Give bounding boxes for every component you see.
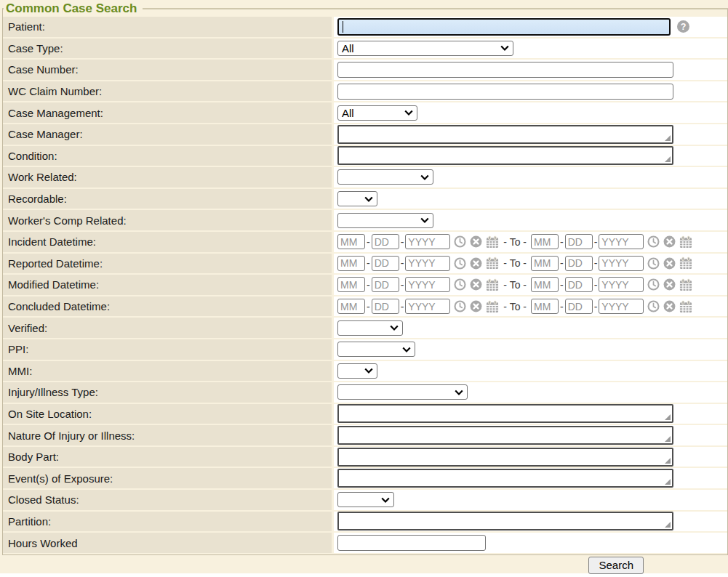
year-input[interactable] — [405, 277, 450, 292]
clear-icon[interactable] — [663, 300, 676, 312]
label-body-part: Body Part: — [3, 447, 332, 467]
day-input[interactable] — [565, 277, 593, 292]
search-button[interactable]: Search — [588, 557, 644, 574]
calendar-icon[interactable] — [679, 300, 692, 313]
clock-icon[interactable] — [647, 278, 660, 291]
year-input[interactable] — [599, 256, 644, 271]
clock-icon[interactable] — [454, 257, 466, 270]
clear-icon[interactable] — [663, 235, 676, 248]
calendar-icon[interactable] — [679, 278, 692, 291]
ppi-select[interactable] — [337, 342, 415, 357]
to-label: - To - — [503, 236, 527, 248]
calendar-icon[interactable] — [486, 278, 499, 291]
label-hours-worked: Hours Worked — [3, 533, 332, 553]
clock-icon[interactable] — [647, 300, 660, 312]
day-input[interactable] — [565, 234, 593, 249]
calendar-icon[interactable] — [486, 300, 499, 313]
month-input[interactable] — [531, 234, 559, 249]
row-workers-comp-related — [334, 210, 727, 230]
nature-of-injury-textarea[interactable] — [337, 426, 673, 445]
events-of-exposure-textarea[interactable] — [337, 469, 673, 488]
help-icon[interactable]: ? — [677, 20, 689, 33]
search-button-row: Search — [0, 555, 728, 576]
row-case-type: All — [334, 39, 727, 59]
partition-textarea[interactable] — [337, 512, 673, 530]
workers-comp-related-select[interactable] — [337, 213, 433, 228]
body-part-textarea[interactable] — [337, 448, 673, 467]
case-number-input[interactable] — [337, 62, 673, 78]
month-input[interactable] — [337, 234, 365, 249]
label-verified: Verified: — [3, 318, 332, 338]
patient-input[interactable] — [337, 18, 671, 36]
date-to-group: - - — [531, 256, 692, 271]
day-input[interactable] — [565, 299, 593, 314]
year-input[interactable] — [599, 277, 644, 292]
clock-icon[interactable] — [454, 300, 466, 312]
common-case-search-page: Common Case Search Patient: ? Case Type:… — [0, 0, 728, 573]
date-to-group: - - — [531, 234, 692, 249]
mmi-select[interactable] — [337, 363, 377, 379]
day-input[interactable] — [372, 299, 399, 314]
work-related-select[interactable] — [337, 169, 433, 185]
day-input[interactable] — [565, 256, 593, 271]
month-input[interactable] — [337, 299, 365, 314]
row-case-management: All — [334, 102, 727, 123]
year-input[interactable] — [405, 299, 450, 314]
calendar-icon[interactable] — [486, 257, 499, 270]
date-separator: - — [560, 301, 564, 312]
clear-icon[interactable] — [663, 278, 676, 291]
month-input[interactable] — [531, 277, 559, 292]
condition-textarea[interactable] — [337, 146, 673, 165]
verified-select[interactable] — [337, 320, 403, 336]
clock-icon[interactable] — [454, 235, 466, 248]
case-type-select[interactable]: All — [337, 41, 513, 56]
concluded-datetime-range: - - - To - - - — [334, 296, 727, 317]
to-label: - To - — [503, 257, 527, 269]
injury-illness-type-select[interactable] — [337, 384, 468, 400]
case-management-select[interactable]: All — [337, 105, 417, 121]
clear-icon[interactable] — [470, 257, 482, 270]
month-input[interactable] — [531, 256, 559, 271]
clock-icon[interactable] — [647, 235, 660, 248]
clock-icon[interactable] — [647, 257, 660, 270]
date-separator: - — [367, 279, 370, 291]
on-site-location-textarea[interactable] — [337, 404, 673, 423]
text-caret — [343, 21, 343, 33]
month-input[interactable] — [337, 277, 365, 292]
wc-claim-number-input[interactable] — [337, 84, 673, 100]
clock-icon[interactable] — [454, 278, 466, 291]
year-input[interactable] — [599, 299, 644, 314]
calendar-icon[interactable] — [486, 235, 499, 249]
calendar-icon[interactable] — [679, 235, 692, 249]
clear-icon[interactable] — [470, 300, 482, 312]
clear-icon[interactable] — [663, 257, 676, 270]
recordable-select[interactable] — [337, 191, 377, 206]
day-input[interactable] — [372, 256, 399, 271]
clear-icon[interactable] — [470, 278, 482, 291]
calendar-icon[interactable] — [679, 257, 692, 270]
date-separator: - — [594, 279, 598, 291]
date-separator: - — [401, 301, 404, 312]
month-input[interactable] — [531, 299, 559, 314]
year-input[interactable] — [405, 256, 450, 271]
year-input[interactable] — [599, 234, 644, 249]
label-ppi: PPI: — [3, 339, 332, 360]
day-input[interactable] — [372, 234, 399, 249]
row-recordable — [334, 189, 727, 209]
label-modified-datetime: Modified Datetime: — [3, 275, 332, 295]
chevron-down-icon — [402, 347, 411, 352]
day-input[interactable] — [372, 277, 399, 292]
date-to-group: - - — [531, 299, 692, 314]
year-input[interactable] — [405, 234, 450, 249]
month-input[interactable] — [337, 256, 365, 271]
hours-worked-input[interactable] — [337, 535, 486, 551]
date-from-group: - - — [337, 256, 499, 271]
date-separator: - — [367, 301, 370, 312]
label-case-type: Case Type: — [3, 39, 332, 59]
clear-icon[interactable] — [470, 235, 482, 248]
label-case-number: Case Number: — [3, 60, 332, 80]
label-case-management: Case Management: — [3, 102, 332, 123]
closed-status-select[interactable] — [337, 492, 394, 507]
case-manager-textarea[interactable] — [337, 125, 673, 144]
date-separator: - — [401, 279, 404, 291]
